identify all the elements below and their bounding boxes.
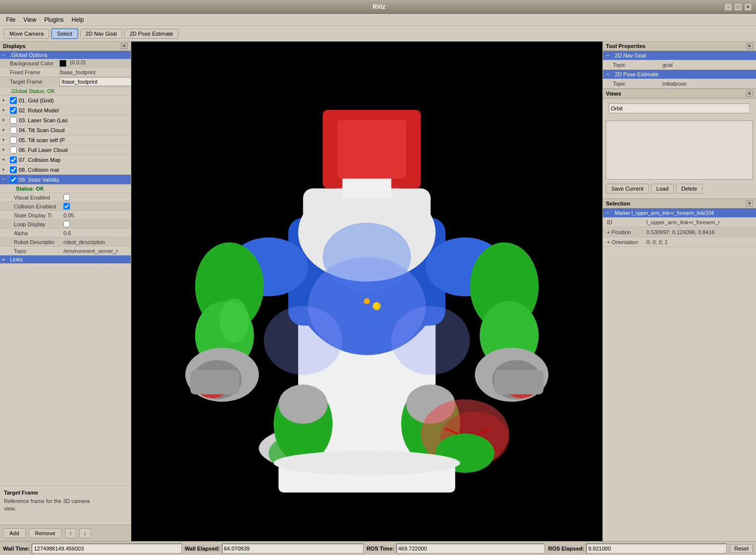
item-04-expand[interactable]: + [2, 127, 8, 133]
menubar: File View Plugins Help [0, 14, 756, 26]
item-07-expand[interactable]: + [2, 157, 8, 162]
visual-enabled-row: Visual Enabled [0, 193, 131, 202]
item-09-expand[interactable]: − [2, 177, 8, 182]
selection-expand[interactable]: − [606, 209, 613, 216]
tool-properties-close[interactable]: ✕ [746, 43, 753, 49]
item-09-label: 09. State Validity [19, 177, 129, 183]
item-02-checkbox[interactable] [10, 107, 17, 114]
fixed-frame-row: Fixed Frame /base_footprint [0, 68, 131, 77]
item-07-checkbox[interactable] [10, 156, 17, 163]
wall-time-input[interactable] [32, 544, 181, 554]
collision-enabled-checkbox[interactable] [63, 203, 70, 209]
item-08-expand[interactable]: + [2, 167, 8, 172]
display-item-05[interactable]: + 05. Tilt scan self (P [0, 135, 131, 145]
target-frame-dropdown[interactable]: ▼ [59, 77, 131, 86]
display-item-02[interactable]: + 02. Robot Model [0, 105, 131, 115]
item-03-checkbox[interactable] [10, 117, 17, 124]
views-area [606, 120, 753, 180]
views-type-select[interactable]: Orbit [609, 103, 750, 113]
2d-nav-goal-header[interactable]: − 2D Nav Goal [603, 51, 756, 60]
selection-close[interactable]: ✕ [746, 201, 753, 206]
global-options-header[interactable]: − .Global Options [0, 51, 131, 59]
selection-marker-row: − Marker l_upper_arm_link+r_forearm_link… [603, 208, 756, 217]
display-item-07[interactable]: + 07. Collision Map [0, 155, 131, 165]
2d-nav-goal-button[interactable]: 2D Nav Goal [80, 29, 122, 39]
pose-estimate-expand[interactable]: − [606, 71, 613, 78]
selection-id-value: l_upper_arm_link+r_forearm_r [647, 219, 753, 225]
move-camera-button[interactable]: Move Camera [4, 29, 49, 39]
move-up-button[interactable]: ↑ [65, 528, 77, 538]
wall-elapsed-input[interactable] [222, 544, 364, 554]
statusbar: Wall Time: Wall Elapsed: ROS Time: ROS E… [0, 541, 756, 555]
selection-orientation-row: + Orientation 0; 0; 0; 1 [603, 237, 756, 247]
description-title: Target Frame [4, 490, 127, 496]
nav-goal-label: 2D Nav Goal [615, 52, 646, 58]
loop-display-label: Loop Display [14, 221, 63, 227]
global-options-expand-icon[interactable]: − [2, 52, 8, 58]
displays-close-button[interactable]: ✕ [121, 43, 128, 49]
menu-file[interactable]: File [2, 15, 19, 24]
views-close[interactable]: ✕ [746, 91, 753, 97]
loop-display-checkbox[interactable] [63, 221, 70, 227]
window-controls[interactable]: − □ ✕ [724, 3, 752, 11]
2d-pose-estimate-header[interactable]: − 2D Pose Estimate [603, 70, 756, 79]
fixed-frame-value: /base_footprint [59, 69, 129, 75]
remove-button[interactable]: Remove [29, 528, 62, 538]
selection-orientation-value: 0; 0; 0; 1 [647, 239, 753, 245]
links-expand-icon[interactable]: + [2, 257, 8, 262]
delete-button[interactable]: Delete [676, 184, 702, 194]
display-item-09[interactable]: − 09. State Validity [0, 175, 131, 185]
display-item-03[interactable]: + 03. Laser Scan (Las [0, 115, 131, 125]
ros-elapsed-input[interactable] [586, 544, 727, 554]
nav-goal-topic-value: goal [662, 62, 753, 68]
collision-enabled-label: Collision Enabled [14, 203, 63, 209]
add-button[interactable]: Add [3, 528, 26, 538]
item-02-label: 02. Robot Model [19, 107, 129, 113]
item-08-checkbox[interactable] [10, 166, 17, 173]
3d-viewport[interactable] [131, 42, 602, 541]
minimize-button[interactable]: − [724, 3, 732, 11]
links-item[interactable]: + Links [0, 255, 131, 263]
item-06-expand[interactable]: + [2, 147, 8, 152]
pose-estimate-topic-row: Topic initialpose [603, 79, 756, 89]
orientation-expand-icon[interactable]: + [607, 239, 610, 245]
2d-pose-estimate-button[interactable]: 2D Pose Estimate [124, 29, 179, 39]
display-item-08[interactable]: + 08. Collision mar [0, 165, 131, 175]
item-01-expand[interactable]: + [2, 98, 8, 103]
robot-visualization [131, 42, 602, 541]
select-button[interactable]: Select [51, 28, 78, 39]
close-button[interactable]: ✕ [744, 3, 752, 11]
menu-plugins[interactable]: Plugins [40, 15, 67, 24]
load-button[interactable]: Load [651, 184, 674, 194]
item-01-checkbox[interactable] [10, 97, 17, 104]
ros-time-input[interactable] [396, 544, 545, 554]
reset-button[interactable]: Reset [730, 544, 753, 553]
svg-point-40 [323, 223, 411, 292]
display-item-04[interactable]: + 04. Tilt Scan Cloud [0, 125, 131, 135]
position-expand-icon[interactable]: + [607, 229, 610, 235]
display-item-01[interactable]: + 01. Grid (Grid) [0, 96, 131, 105]
item-09-checkbox[interactable] [10, 176, 17, 183]
item-05-label: 05. Tilt scan self (P [19, 137, 129, 143]
target-frame-input[interactable] [59, 77, 131, 86]
display-item-06[interactable]: + 06. Full Laser Cloud [0, 145, 131, 155]
maximize-button[interactable]: □ [734, 3, 742, 11]
item-04-checkbox[interactable] [10, 127, 17, 134]
item-06-checkbox[interactable] [10, 147, 17, 153]
menu-view[interactable]: View [19, 15, 40, 24]
item-05-expand[interactable]: + [2, 137, 8, 143]
alpha-row: Alpha 0.6 [0, 229, 131, 238]
item-02-expand[interactable]: + [2, 107, 8, 113]
nav-goal-expand[interactable]: − [606, 52, 613, 59]
visual-enabled-checkbox[interactable] [63, 194, 70, 201]
item-05-checkbox[interactable] [10, 137, 17, 144]
alpha-label: Alpha [14, 230, 63, 236]
save-current-button[interactable]: Save Current [606, 184, 649, 194]
move-down-button[interactable]: ↓ [79, 528, 91, 538]
fixed-frame-label: Fixed Frame [10, 69, 59, 75]
item-03-expand[interactable]: + [2, 117, 8, 123]
menu-help[interactable]: Help [68, 15, 88, 24]
item-01-label: 01. Grid (Grid) [19, 98, 129, 103]
color-swatch[interactable] [59, 60, 66, 67]
state-validity-status: Status: OK [0, 185, 131, 193]
